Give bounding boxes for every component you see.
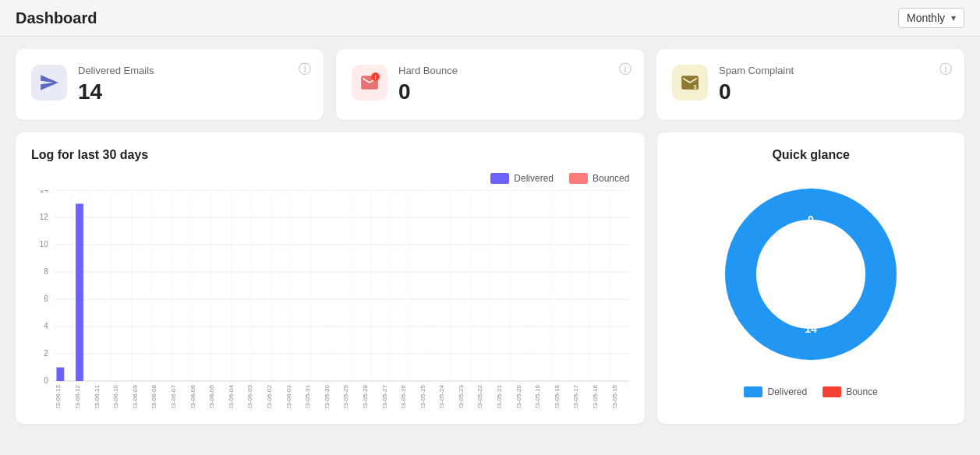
svg-text:2023-05-26: 2023-05-26 [400,384,407,408]
delivered-legend-label: Delivered [514,173,554,184]
chart-title: Log for last 30 days [31,148,629,162]
delivered-value: 14 [78,79,154,104]
header: Dashboard Monthly ▾ [0,0,980,37]
svg-text:2023-06-05: 2023-06-05 [208,384,215,408]
svg-text:2023-05-21: 2023-05-21 [496,384,503,408]
period-selector[interactable]: Monthly ▾ [898,8,964,28]
bar-chart-svg: 0 2 4 6 8 10 12 14 [31,190,629,408]
donut-card: Quick glance 0 14 Delivered [657,132,964,424]
period-label: Monthly [907,12,945,24]
svg-text:2023-06-01: 2023-06-01 [285,384,292,408]
hard-bounce-icon-box: ! [352,65,387,101]
svg-text:2023-06-13: 2023-06-13 [55,384,62,408]
svg-text:2: 2 [44,349,48,358]
svg-text:2023-05-19: 2023-05-19 [534,384,541,408]
bounced-legend-label: Bounced [593,173,629,184]
svg-text:2023-06-06: 2023-06-06 [189,384,196,408]
svg-text:2023-06-09: 2023-06-09 [132,384,139,408]
svg-text:14: 14 [805,323,817,335]
donut-bounce-color [823,386,841,397]
bottom-section: Log for last 30 days Delivered Bounced [16,132,964,424]
svg-text:2023-05-17: 2023-05-17 [573,385,580,408]
main-content: Delivered Emails 14 ⓘ ! Hard Bounce 0 ⓘ [0,37,980,436]
donut-title: Quick glance [772,148,850,162]
svg-text:2023-06-03: 2023-06-03 [246,384,253,408]
svg-text:2023-06-12: 2023-06-12 [74,385,81,408]
delivered-content: Delivered Emails 14 [78,65,154,104]
hard-bounce-value: 0 [398,79,458,104]
spam-card: $ Spam Complaint 0 ⓘ [656,49,964,120]
donut-delivered-color [744,386,762,397]
svg-text:2023-05-28: 2023-05-28 [362,384,369,408]
svg-text:2023-05-29: 2023-05-29 [342,384,349,408]
delivered-legend-color [490,173,509,184]
svg-text:2023-06-04: 2023-06-04 [228,384,235,408]
svg-text:2023-05-25: 2023-05-25 [419,384,426,408]
donut-delivered-legend: Delivered [744,386,807,397]
svg-text:2023-05-30: 2023-05-30 [324,384,331,408]
spam-icon-box: $ [672,65,708,101]
spam-label: Spam Complaint [719,65,794,76]
donut-delivered-label: Delivered [767,386,807,397]
bounce-mail-icon: ! [359,72,380,93]
svg-text:2023-05-31: 2023-05-31 [304,384,311,408]
bar-chart-area: 0 2 4 6 8 10 12 14 [31,190,629,408]
donut-bounce-label: Bounce [846,386,878,397]
hard-bounce-card: ! Hard Bounce 0 ⓘ [336,49,644,120]
spam-icon: $ [680,72,700,93]
bar-06-12-delivered [76,204,83,382]
delivered-icon-box [31,65,67,101]
delivered-legend-item: Delivered [490,173,554,184]
svg-text:2023-05-15: 2023-05-15 [611,384,618,408]
svg-text:!: ! [374,74,377,81]
donut-svg: 0 14 [717,181,904,368]
svg-text:2023-06-02: 2023-06-02 [266,385,273,408]
svg-text:6: 6 [44,295,48,303]
svg-text:12: 12 [40,213,48,221]
delivered-label: Delivered Emails [78,65,154,76]
hard-bounce-label: Hard Bounce [398,65,458,76]
svg-text:2023-05-27: 2023-05-27 [381,385,388,408]
svg-text:2023-05-18: 2023-05-18 [554,384,561,408]
delivered-emails-card: Delivered Emails 14 ⓘ [16,49,324,120]
svg-text:14: 14 [40,190,48,194]
svg-text:10: 10 [40,240,48,249]
svg-text:0: 0 [808,213,814,226]
svg-text:2023-05-22: 2023-05-22 [477,385,484,408]
svg-text:2023-06-08: 2023-06-08 [150,384,157,408]
delivered-info-icon[interactable]: ⓘ [299,62,311,78]
bounced-legend-item: Bounced [569,173,629,184]
svg-text:4: 4 [44,322,48,330]
svg-text:2023-05-16: 2023-05-16 [592,384,599,408]
bounced-legend-color [569,173,588,184]
donut-chart-container: 0 14 [717,181,904,368]
svg-text:2023-05-23: 2023-05-23 [458,384,465,408]
svg-rect-4 [55,190,630,381]
svg-text:0: 0 [44,376,48,385]
svg-text:8: 8 [44,267,48,276]
svg-text:2023-06-10: 2023-06-10 [112,384,119,408]
spam-content: Spam Complaint 0 [719,65,794,104]
hard-bounce-info-icon[interactable]: ⓘ [619,62,632,78]
svg-text:2023-06-07: 2023-06-07 [170,385,177,408]
spam-info-icon[interactable]: ⓘ [939,62,952,78]
spam-value: 0 [719,79,794,104]
chevron-down-icon: ▾ [951,12,956,23]
hard-bounce-content: Hard Bounce 0 [398,65,458,104]
chart-card: Log for last 30 days Delivered Bounced [16,132,645,424]
svg-text:2023-05-24: 2023-05-24 [438,384,445,408]
page-title: Dashboard [16,9,97,27]
metric-cards-row: Delivered Emails 14 ⓘ ! Hard Bounce 0 ⓘ [16,49,964,120]
svg-point-52 [764,227,858,321]
paper-plane-icon [39,72,59,93]
svg-text:2023-06-11: 2023-06-11 [94,384,101,408]
svg-text:2023-05-20: 2023-05-20 [515,384,522,408]
bar-06-13-delivered [56,368,64,382]
chart-legend: Delivered Bounced [31,173,629,184]
donut-bounce-legend: Bounce [823,386,878,397]
donut-legend: Delivered Bounce [744,386,877,397]
